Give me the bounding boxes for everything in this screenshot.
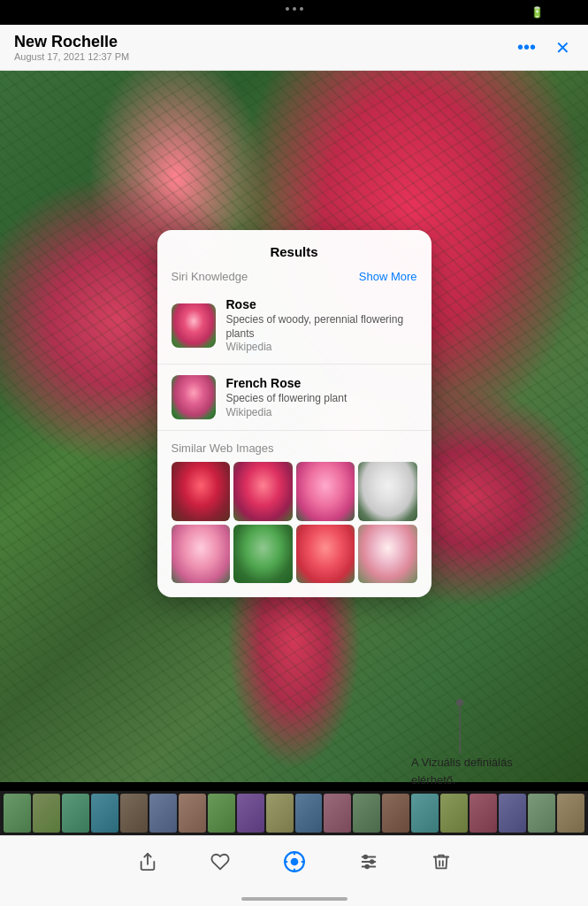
svg-point-6 xyxy=(363,855,367,858)
header-actions: ••• ✕ xyxy=(514,34,574,62)
status-time: 9:41 AM xyxy=(14,6,57,19)
film-thumb-0[interactable] xyxy=(4,794,31,833)
svg-point-8 xyxy=(365,864,369,868)
photo-area[interactable]: Results Siri Knowledge Show More Rose Sp… xyxy=(0,71,588,782)
film-thumb-8[interactable] xyxy=(237,794,264,833)
film-thumb-10[interactable] xyxy=(295,794,323,833)
more-options-button[interactable]: ••• xyxy=(514,34,539,61)
trash-icon xyxy=(431,852,451,877)
film-thumb-9[interactable] xyxy=(266,794,294,833)
film-thumb-2[interactable] xyxy=(62,794,89,833)
share-button[interactable] xyxy=(133,847,163,882)
similar-image-1[interactable] xyxy=(233,462,293,521)
similar-image-2[interactable] xyxy=(296,462,355,521)
close-button[interactable]: ✕ xyxy=(552,34,574,62)
knowledge-item-french-rose[interactable]: French Rose Species of flowering plant W… xyxy=(157,368,431,426)
film-thumb-6[interactable] xyxy=(179,794,206,833)
results-title: Results xyxy=(157,244,431,259)
similar-web-images-section: Similar Web Images xyxy=(157,434,431,587)
status-bar: 9:41 AM ▾▾▾ 🔋 100% xyxy=(0,0,588,25)
similar-image-4[interactable] xyxy=(172,525,231,584)
french-rose-info: French Rose Species of flowering plant W… xyxy=(226,376,347,418)
film-thumb-13[interactable] xyxy=(382,794,409,833)
visual-lookup-button[interactable] xyxy=(278,845,311,884)
film-thumb-12[interactable] xyxy=(353,794,380,833)
siri-knowledge-header: Siri Knowledge Show More xyxy=(157,270,431,283)
photo-date: August 17, 2021 12:37 PM xyxy=(14,51,129,62)
similar-image-6[interactable] xyxy=(296,525,355,584)
svg-point-7 xyxy=(370,860,373,864)
photo-location: New Rochelle xyxy=(14,33,129,52)
close-icon: ✕ xyxy=(555,38,570,58)
rose-description: Species of woody, perennial flowering pl… xyxy=(226,313,417,341)
divider-1 xyxy=(157,364,431,365)
french-rose-thumbnail xyxy=(172,375,216,419)
knowledge-item-rose[interactable]: Rose Species of woody, perennial floweri… xyxy=(157,290,431,360)
show-more-button[interactable]: Show More xyxy=(359,270,417,283)
film-thumb-1[interactable] xyxy=(33,794,60,833)
top-dot-2 xyxy=(293,7,296,11)
similar-image-5[interactable] xyxy=(233,525,293,584)
share-icon xyxy=(138,852,157,877)
delete-button[interactable] xyxy=(426,847,456,882)
rose-thumbnail xyxy=(172,303,216,348)
top-dots xyxy=(286,7,303,11)
film-thumb-11[interactable] xyxy=(324,794,351,833)
adjust-button[interactable] xyxy=(354,847,384,882)
adjust-icon xyxy=(359,852,378,877)
film-thumb-7[interactable] xyxy=(208,794,235,833)
more-options-icon: ••• xyxy=(517,37,536,57)
divider-2 xyxy=(157,430,431,431)
film-thumb-4[interactable] xyxy=(120,794,148,833)
wifi-icon: ▾▾▾ xyxy=(507,6,525,19)
similar-images-grid xyxy=(172,462,417,583)
like-button[interactable] xyxy=(205,847,235,882)
rose-name: Rose xyxy=(226,297,417,311)
results-panel: Results Siri Knowledge Show More Rose Sp… xyxy=(157,230,431,597)
header-title-block: New Rochelle August 17, 2021 12:37 PM xyxy=(14,33,129,63)
callout-text: A Vizuális definiálás elérhető. xyxy=(411,754,513,788)
film-thumb-3[interactable] xyxy=(91,794,118,833)
svg-point-2 xyxy=(290,857,298,865)
french-rose-source: Wikipedia xyxy=(226,406,347,418)
rose-info: Rose Species of woody, perennial floweri… xyxy=(226,297,417,353)
battery-icon: 🔋 100% xyxy=(531,6,574,19)
similar-image-0[interactable] xyxy=(172,462,231,521)
heart-icon xyxy=(210,852,230,877)
top-dot-1 xyxy=(286,7,289,11)
rose-source: Wikipedia xyxy=(226,341,417,353)
header: New Rochelle August 17, 2021 12:37 PM ••… xyxy=(0,25,588,71)
callout-annotation: A Vizuális definiálás elérhető. xyxy=(411,754,570,828)
siri-knowledge-label: Siri Knowledge xyxy=(172,270,248,283)
film-thumb-5[interactable] xyxy=(149,794,177,833)
top-dot-3 xyxy=(300,7,303,11)
home-indicator xyxy=(241,897,347,901)
french-rose-description: Species of flowering plant xyxy=(226,392,347,406)
similar-image-7[interactable] xyxy=(358,525,417,584)
status-icons: ▾▾▾ 🔋 100% xyxy=(507,6,574,19)
similar-web-images-label: Similar Web Images xyxy=(172,441,417,455)
visual-lookup-icon xyxy=(283,850,306,879)
similar-image-3[interactable] xyxy=(358,462,417,521)
toolbar xyxy=(0,835,588,906)
svg-point-10 xyxy=(456,699,463,706)
french-rose-name: French Rose xyxy=(226,376,347,390)
